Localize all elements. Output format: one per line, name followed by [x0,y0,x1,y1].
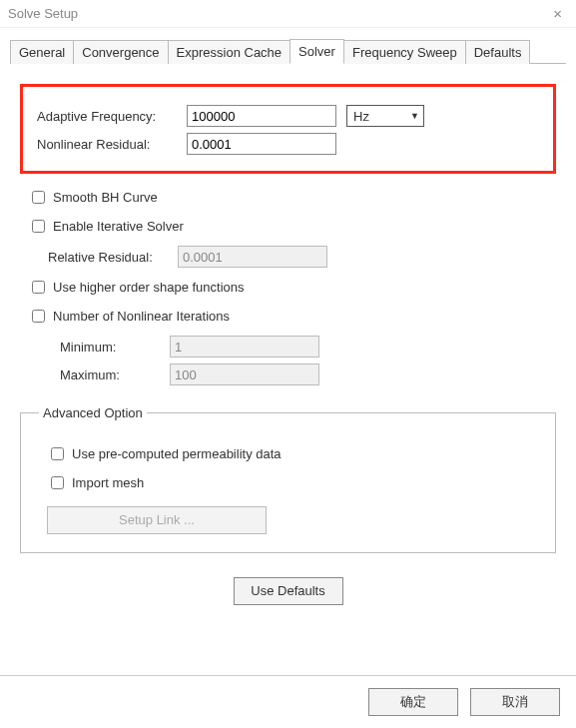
tab-general[interactable]: General [10,40,74,64]
window-title: Solve Setup [8,0,78,27]
tab-defaults[interactable]: Defaults [465,40,531,64]
tab-frequency-sweep[interactable]: Frequency Sweep [343,40,466,64]
tab-expression-cache[interactable]: Expression Cache [168,40,291,64]
advanced-option-legend: Advanced Option [39,405,147,420]
chevron-down-icon: ▼ [410,111,419,121]
dialog-footer: 确定 取消 [0,675,576,728]
relative-residual-label: Relative Residual: [48,250,178,265]
tab-convergence[interactable]: Convergence [73,40,168,64]
maximum-input [170,364,319,385]
higher-order-label: Use higher order shape functions [53,280,245,295]
maximum-label: Maximum: [60,367,170,382]
precomputed-perm-label: Use pre-computed permeability data [72,446,282,461]
smooth-bh-label: Smooth BH Curve [53,190,158,205]
cancel-button[interactable]: 取消 [470,688,560,716]
higher-order-checkbox[interactable] [32,281,45,294]
adaptive-frequency-unit-select[interactable]: Hz ▼ [346,105,424,127]
advanced-option-group: Advanced Option Use pre-computed permeab… [20,405,556,553]
import-mesh-label: Import mesh [72,475,144,490]
minimum-label: Minimum: [60,340,170,355]
enable-iterative-label: Enable Iterative Solver [53,219,184,234]
tab-solver[interactable]: Solver [289,39,344,64]
tab-strip: General Convergence Expression Cache Sol… [0,28,576,63]
adaptive-frequency-label: Adaptive Frequency: [37,109,187,124]
enable-iterative-checkbox[interactable] [32,220,45,233]
num-nonlinear-checkbox[interactable] [32,310,45,323]
nonlinear-residual-label: Nonlinear Residual: [37,137,187,152]
adaptive-frequency-input[interactable] [187,105,336,127]
relative-residual-input [178,246,327,268]
highlight-box: Adaptive Frequency: Hz ▼ Nonlinear Resid… [20,84,556,174]
import-mesh-checkbox[interactable] [51,476,64,489]
minimum-input [170,336,319,358]
setup-link-button: Setup Link ... [47,506,267,534]
precomputed-perm-checkbox[interactable] [51,447,64,460]
ok-button[interactable]: 确定 [368,688,458,716]
num-nonlinear-label: Number of Nonlinear Iterations [53,309,230,324]
use-defaults-button[interactable]: Use Defaults [234,577,343,605]
nonlinear-residual-input[interactable] [187,133,336,155]
solver-panel: Adaptive Frequency: Hz ▼ Nonlinear Resid… [0,64,576,605]
adaptive-frequency-unit-value: Hz [353,109,369,124]
title-bar: Solve Setup × [0,0,576,28]
smooth-bh-checkbox[interactable] [32,191,45,204]
close-icon[interactable]: × [547,0,568,27]
